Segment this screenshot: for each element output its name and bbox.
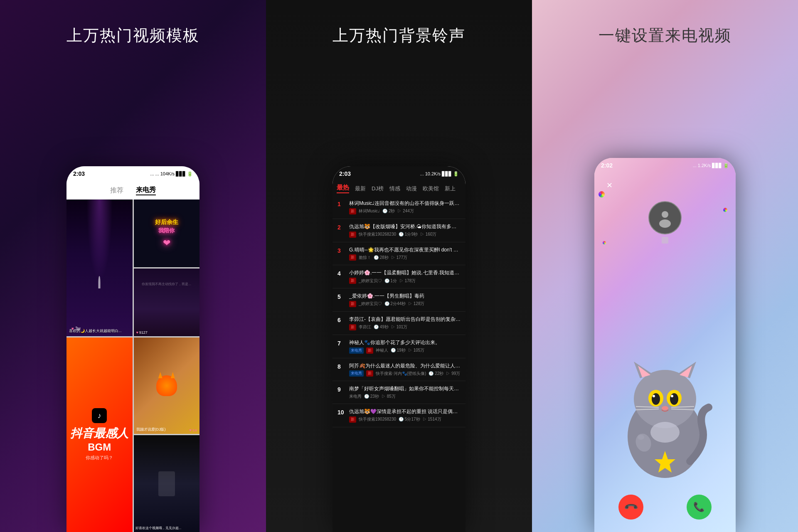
item-title-3: G.晴晴--🌟我再也不愿见你在深夜里买醉l don't want to see … (349, 246, 461, 254)
video-grid: 喜欢的🌙人越长大就越能明白... ♥3w 好后余生 我陪你 ❤ 你发现我不再主动 (66, 200, 200, 532)
right-status-icons: ... 1.2K/s ▊▊▊ 🔋 (693, 163, 729, 168)
right-title: 一键设置来电视频 (598, 25, 732, 46)
ringtone-item-1[interactable]: 1 林词Music♩连回音都没有的山谷不值得纵身一跃A valley witho… (332, 196, 466, 219)
svg-point-14 (662, 406, 668, 410)
item-meta-8: 来电秀 新 快手搜索·河内🐾(壁纸头像) 🕐 22秒 ▷ 99万 (349, 370, 461, 377)
tab-anime[interactable]: 动漫 (406, 185, 417, 192)
item-title-8: 阿芥🍂为什么最迷人的最危险、为什么爱能让人变残缺💔 (349, 362, 461, 369)
ringtone-item-7[interactable]: 7 神秘人🐾你追那个花了多少天评论出来。 来电秀 新 神秘人 🕐 19秒 ▷ 1… (332, 335, 466, 358)
item-content-2: 仇远旭🐯【改版烟嗓】安河桥.🌤你知道我有多美慕被你爱的那个女孩嗯...... 新… (349, 223, 461, 238)
left-panel: 上万热门视频模板 2:03 ... ... 104K/s ▊▊▊ 🔋 推荐 来电… (0, 0, 266, 532)
tab-new[interactable]: 最新 (355, 185, 366, 192)
item-meta-10: 新 快手搜索190268230 🕐 5分17秒 ▷ 1514万 (349, 416, 461, 423)
call-buttons: 📞 📞 (594, 495, 736, 520)
item-title-2: 仇远旭🐯【改版烟嗓】安河桥.🌤你知道我有多美慕被你爱的那个女孩嗯...... (349, 223, 461, 230)
left-status-bar: 2:03 ... ... 104K/s ▊▊▊ 🔋 (66, 166, 200, 181)
item-title-9: 南梦「好听女声烟嗓翻唱」如果你不能控制每天想我一次♡ (349, 385, 461, 392)
item-title-6: 李茆江-【哀曲】愿君能听出告白即是告别的复杂心情.May you hear th… (349, 316, 461, 323)
right-panel: 一键设置来电视频 2:02 ... 1.2K/s ▊▊▊ 🔋 ✕ (532, 0, 798, 532)
ringtone-item-9[interactable]: 9 南梦「好听女声烟嗓翻唱」如果你不能控制每天想我一次♡ 来电秀 🕐 23秒 ▷… (332, 381, 466, 404)
item-meta-4: 新 _婷婷宝贝♡ 🕐 1分 ▷ 178万 (349, 278, 461, 284)
item-content-3: G.晴晴--🌟我再也不愿见你在深夜里买醉l don't want to see … (349, 246, 461, 261)
rank-7: 7 (337, 339, 345, 347)
video-cell-6[interactable]: 好喜欢这个视频哦，见见尔超... (134, 435, 200, 532)
middle-panel: 上万热门背景铃声 2:03 ... 10.2K/s ▊▊▊ 🔋 最热 最新 DJ… (266, 0, 532, 532)
item-meta-3: 新 脆惊！ 🕐 28秒 ▷ 177万 (349, 254, 461, 261)
tab-emotion[interactable]: 情感 (389, 185, 400, 192)
item-content-4: 小婷婷🌸.一一【温柔翻唱】她说.七里香.我知道.房间. 新 _婷婷宝贝♡ 🕐 1… (349, 269, 461, 284)
rank-6: 6 (337, 316, 345, 323)
video-cell-2[interactable]: 好后余生 我陪你 ❤ (134, 200, 200, 267)
rank-9: 9 (337, 385, 345, 393)
rank-3: 3 (337, 246, 345, 254)
ringtone-item-8[interactable]: 8 阿芥🍂为什么最迷人的最危险、为什么爱能让人变残缺💔 来电秀 新 快手搜索·河… (332, 358, 466, 382)
middle-status-bar: 2:03 ... 10.2K/s ▊▊▊ 🔋 (332, 166, 466, 181)
left-phone: 2:03 ... ... 104K/s ▊▊▊ 🔋 推荐 来电秀 (66, 166, 200, 532)
middle-title: 上万热门背景铃声 (332, 25, 466, 46)
middle-screen: 最热 最新 DJ榜 情感 动漫 欧美馆 新上 1 林词Music♩连回音都没有的… (332, 181, 466, 532)
rank-1: 1 (337, 200, 345, 207)
item-meta-7: 来电秀 新 神秘人 🕐 19秒 ▷ 105万 (349, 347, 461, 354)
right-status-time: 2:02 (601, 162, 613, 169)
item-content-8: 阿芥🍂为什么最迷人的最危险、为什么爱能让人变残缺💔 来电秀 新 快手搜索·河内🐾… (349, 362, 461, 377)
tab-hot[interactable]: 最热 (337, 184, 349, 193)
ringtone-item-4[interactable]: 4 小婷婷🌸.一一【温柔翻唱】她说.七里香.我知道.房间. 新 _婷婷宝贝♡ 🕐… (332, 265, 466, 288)
left-title: 上万热门视频模板 (66, 25, 200, 46)
ringtone-list: 1 林词Music♩连回音都没有的山谷不值得纵身一跃A valley witho… (332, 196, 466, 532)
tab-western[interactable]: 欧美馆 (423, 185, 439, 192)
item-content-1: 林词Music♩连回音都没有的山谷不值得纵身一跃A valley without… (349, 200, 461, 214)
accept-call-button[interactable]: 📞 (687, 495, 712, 520)
left-phone-nav: 推荐 来电秀 (66, 181, 200, 200)
ringtone-item-2[interactable]: 2 仇远旭🐯【改版烟嗓】安河桥.🌤你知道我有多美慕被你爱的那个女孩嗯......… (332, 219, 466, 242)
item-content-5: _爱依婷🌸.一一【男生翻唱】毒药 新 _婷婷宝贝♡ 🕐 2分44秒 ▷ 128万 (349, 293, 461, 307)
svg-point-3 (634, 370, 696, 428)
video-label-1: 喜欢的🌙人越长大就越能明白... ♥3w (69, 329, 130, 334)
item-meta-9: 来电秀 🕐 23秒 ▷ 85万 (349, 394, 461, 399)
ringtone-item-3[interactable]: 3 G.晴晴--🌟我再也不愿见你在深夜里买醉l don't want to se… (332, 242, 466, 266)
svg-point-1 (659, 219, 671, 228)
call-screen: ✕ (594, 158, 736, 532)
ringtone-item-10[interactable]: 10 仇远旭🐯💜深情是承担不起的重担 说话只是偶尔兑现的诺言 新 快手搜索190… (332, 404, 466, 427)
left-status-time: 2:03 (73, 170, 85, 177)
item-content-7: 神秘人🐾你追那个花了多少天评论出来。 来电秀 新 神秘人 🕐 19秒 ▷ 105… (349, 339, 461, 354)
bgm-card: ♪ 抖音最感人 BGM 你感动了吗？ (66, 337, 133, 532)
svg-point-0 (662, 211, 668, 218)
rank-8: 8 (337, 362, 345, 370)
caller-info (648, 176, 682, 244)
nav-recommend[interactable]: 推荐 (110, 186, 123, 195)
right-phone: 2:02 ... 1.2K/s ▊▊▊ 🔋 ✕ (594, 158, 736, 532)
svg-point-10 (652, 393, 660, 405)
item-meta-5: 新 _婷婷宝贝♡ 🕐 2分44秒 ▷ 128万 (349, 301, 461, 307)
tab-latest[interactable]: 新上 (445, 185, 456, 192)
item-title-1: 林词Music♩连回音都没有的山谷不值得纵身一跃A valley without… (349, 200, 461, 207)
item-title-10: 仇远旭🐯💜深情是承担不起的重担 说话只是偶尔兑现的诺言 (349, 408, 461, 415)
item-content-6: 李茆江-【哀曲】愿君能听出告白即是告别的复杂心情.May you hear th… (349, 316, 461, 330)
video-cell-3[interactable]: 你发现我不再主动找你了，而是... ♥9127 (134, 268, 200, 336)
item-title-4: 小婷婷🌸.一一【温柔翻唱】她说.七里香.我知道.房间. (349, 269, 461, 276)
item-title-7: 神秘人🐾你追那个花了多少天评论出来。 (349, 339, 461, 346)
middle-status-time: 2:03 (339, 170, 351, 177)
video-cell-4[interactable]: ♪ 抖音最感人 BGM 你感动了吗？ (66, 337, 133, 532)
tabs-row: 最热 最新 DJ榜 情感 动漫 欧美馆 新上 (332, 181, 466, 196)
rank-4: 4 (337, 269, 345, 277)
rank-5: 5 (337, 293, 345, 300)
cat-illustration (611, 328, 719, 486)
svg-point-12 (653, 395, 655, 397)
svg-point-13 (671, 395, 673, 397)
svg-point-11 (670, 393, 678, 405)
video-cell-1[interactable]: 喜欢的🌙人越长大就越能明白... ♥3w (66, 200, 133, 336)
item-content-10: 仇远旭🐯💜深情是承担不起的重担 说话只是偶尔兑现的诺言 新 快手搜索190268… (349, 408, 461, 423)
ringtone-item-5[interactable]: 5 _爱依婷🌸.一一【男生翻唱】毒药 新 _婷婷宝贝♡ 🕐 2分44秒 ▷ 12… (332, 288, 466, 312)
tab-dj[interactable]: DJ榜 (372, 185, 384, 192)
rank-10: 10 (337, 408, 345, 416)
video-cell-5[interactable]: 我蹦才说爱(DJ版) ♥1w (134, 337, 200, 434)
nav-live[interactable]: 来电秀 (136, 186, 156, 195)
svg-point-23 (650, 422, 680, 443)
item-meta-1: 新 林词Music♩ 🕐 2秒 ▷ 244万 (349, 208, 461, 214)
item-content-9: 南梦「好听女声烟嗓翻唱」如果你不能控制每天想我一次♡ 来电秀 🕐 23秒 ▷ 8… (349, 385, 461, 399)
rank-2: 2 (337, 223, 345, 231)
item-meta-6: 新 李茆江 🕐 49秒 ▷ 101万 (349, 324, 461, 330)
close-call-button[interactable]: ✕ (603, 179, 616, 192)
decline-call-button[interactable]: 📞 (618, 495, 643, 520)
ringtone-item-6[interactable]: 6 李茆江-【哀曲】愿君能听出告白即是告别的复杂心情.May you hear … (332, 312, 466, 335)
